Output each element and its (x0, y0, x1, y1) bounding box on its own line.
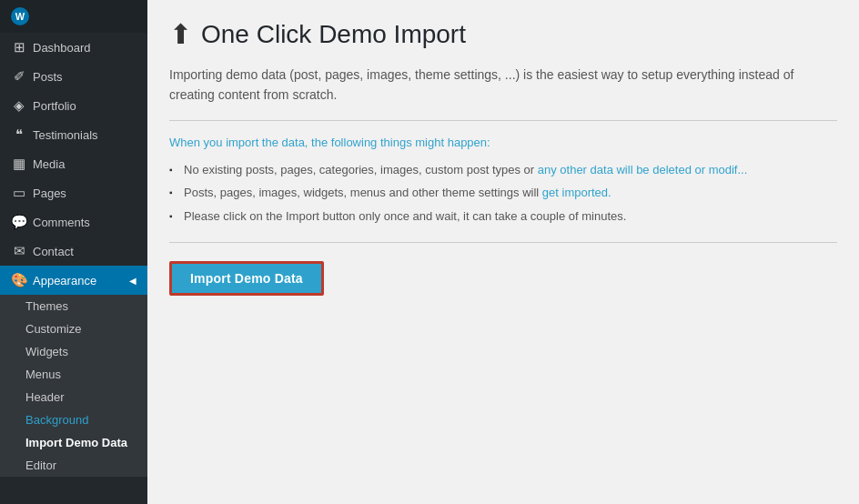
bullet-prefix: Please click on the Import button only o… (184, 209, 626, 223)
sidebar-item-label: Portfolio (33, 99, 76, 113)
bullet-link: any other data will be deleted or modif.… (538, 163, 748, 176)
info-section: When you import the data, the following … (169, 136, 837, 228)
pages-icon: ▭ (11, 185, 27, 201)
sub-item-themes[interactable]: Themes (0, 295, 147, 318)
bullet-item-1: No existing posts, pages, categories, im… (169, 158, 837, 182)
sidebar-item-portfolio[interactable]: ◈ Portfolio (0, 91, 147, 120)
sub-item-header[interactable]: Header (0, 386, 147, 408)
sidebar-item-label: Testimonials (33, 128, 98, 142)
bullet-list: No existing posts, pages, categories, im… (169, 158, 837, 228)
sidebar-item-label: Posts (33, 70, 63, 84)
posts-icon: ✐ (11, 68, 27, 85)
sub-item-editor[interactable]: Editor (0, 454, 147, 477)
sidebar-logo: W (0, 0, 147, 33)
sub-item-label: Widgets (25, 345, 68, 358)
media-icon: ▦ (11, 156, 27, 172)
main-content: ⬆ One Click Demo Import Importing demo d… (147, 0, 859, 504)
bullet-link: get imported. (542, 186, 611, 199)
portfolio-icon: ◈ (11, 97, 27, 114)
sub-item-widgets[interactable]: Widgets (0, 340, 147, 363)
sidebar-item-posts[interactable]: ✐ Posts (0, 62, 147, 91)
contact-icon: ✉ (11, 243, 27, 259)
comments-icon: 💬 (11, 214, 27, 230)
sidebar-item-label: Contact (33, 245, 74, 258)
sidebar-item-dashboard[interactable]: ⊞ Dashboard (0, 33, 147, 62)
testimonials-icon: ❝ (11, 126, 27, 143)
sidebar-item-label: Pages (33, 186, 66, 200)
might-happen-text: When you import the data, the following … (169, 136, 837, 149)
sub-item-label: Editor (25, 459, 56, 472)
sidebar-item-contact[interactable]: ✉ Contact (0, 237, 147, 266)
divider-bottom (169, 242, 837, 243)
wordpress-logo-icon: W (11, 7, 29, 25)
page-title: One Click Demo Import (201, 20, 466, 49)
sidebar-item-pages[interactable]: ▭ Pages (0, 178, 147, 207)
sub-item-customize[interactable]: Customize (0, 318, 147, 340)
import-btn-wrapper: Import Demo Data (169, 261, 837, 296)
appearance-submenu: Themes Customize Widgets Menus Header Ba… (0, 295, 147, 477)
might-happen-link: might happen: (415, 136, 490, 149)
bullet-prefix: Posts, pages, images, widgets, menus and… (184, 186, 542, 199)
sub-item-background[interactable]: Background (0, 408, 147, 431)
sidebar-item-testimonials[interactable]: ❝ Testimonials (0, 120, 147, 149)
sub-item-label: Header (25, 390, 65, 404)
sidebar: W ⊞ Dashboard ✐ Posts ◈ Portfolio ❝ Test… (0, 0, 147, 504)
sub-item-label: Customize (25, 322, 81, 336)
bullet-item-3: Please click on the Import button only o… (169, 205, 837, 228)
sub-item-menus[interactable]: Menus (0, 363, 147, 386)
sub-item-label: Import Demo Data (25, 436, 127, 449)
sidebar-item-label: Media (33, 157, 65, 171)
sidebar-item-label: Comments (33, 216, 90, 229)
might-happen-prefix: When you import the data, the following … (169, 136, 415, 149)
import-demo-data-button[interactable]: Import Demo Data (169, 261, 324, 296)
upload-icon: ⬆ (169, 18, 192, 50)
page-title-row: ⬆ One Click Demo Import (169, 18, 837, 50)
sidebar-item-comments[interactable]: 💬 Comments (0, 207, 147, 237)
intro-text: Importing demo data (post, pages, images… (169, 65, 824, 106)
dashboard-icon: ⊞ (11, 39, 27, 55)
sub-item-label: Themes (25, 299, 68, 313)
chevron-icon: ◀ (129, 276, 136, 286)
sub-item-label: Background (25, 413, 88, 427)
divider-top (169, 120, 837, 121)
sidebar-item-label: Dashboard (33, 41, 91, 55)
bullet-item-2: Posts, pages, images, widgets, menus and… (169, 181, 837, 205)
sub-item-label: Menus (25, 368, 61, 381)
sub-item-import-demo-data[interactable]: Import Demo Data (0, 431, 147, 454)
sidebar-item-label: Appearance (33, 274, 96, 287)
sidebar-item-appearance[interactable]: 🎨 Appearance ◀ (0, 266, 147, 295)
sidebar-item-media[interactable]: ▦ Media (0, 149, 147, 178)
bullet-prefix: No existing posts, pages, categories, im… (184, 163, 538, 176)
appearance-icon: 🎨 (11, 272, 27, 288)
